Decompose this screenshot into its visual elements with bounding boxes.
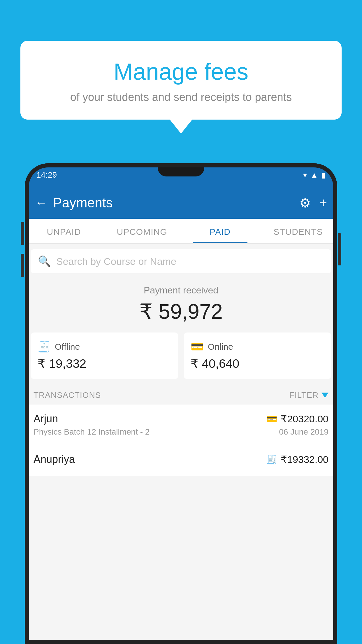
phone-mockup: 14:29 ▾ ▲ ▮ ← Payments ⚙ + UNPAID UPCOMI… [25,163,337,644]
filter-button[interactable]: FILTER [289,391,328,400]
back-button[interactable]: ← [35,196,47,210]
app-header: ← Payments ⚙ + [25,187,337,219]
tab-unpaid[interactable]: UNPAID [25,219,103,243]
search-input[interactable]: Search by Course or Name [56,256,176,267]
transaction-amount-anupriya: ₹19332.00 [281,454,328,465]
volume-up-button [21,222,24,245]
notch [158,163,204,176]
card-pay-icon: 💳 [266,414,277,424]
transaction-row: Arjun 💳 ₹20320.00 Physics Batch 12 Insta… [25,405,337,445]
offline-icon: 🧾 [38,341,51,353]
transactions-header: TRANSACTIONS FILTER [25,385,337,405]
transaction-top-anupriya: Anupriya 🧾 ₹19332.00 [34,453,328,466]
header-icons: ⚙ + [299,195,327,210]
transaction-amount-wrapper-anupriya: 🧾 ₹19332.00 [266,454,328,465]
payment-received-label: Payment received [31,285,331,296]
online-card-header: 💳 Online [191,341,324,353]
app-content: 🔍 Search by Course or Name Payment recei… [25,244,337,644]
transaction-bottom-arjun: Physics Batch 12 Installment - 2 06 June… [34,427,328,437]
transaction-top-arjun: Arjun 💳 ₹20320.00 [34,413,328,425]
status-time: 14:29 [36,170,57,180]
bubble-title: Manage fees [35,58,327,85]
online-amount: ₹ 40,640 [191,356,324,371]
tab-students[interactable]: STUDENTS [259,219,337,243]
filter-label: FILTER [289,391,319,400]
transaction-name-arjun: Arjun [34,413,58,425]
transaction-amount-wrapper-arjun: 💳 ₹20320.00 [266,413,328,425]
offline-card-header: 🧾 Offline [38,341,171,353]
online-icon: 💳 [191,341,204,353]
search-bar[interactable]: 🔍 Search by Course or Name [31,249,331,273]
filter-icon [321,393,328,398]
cards-row: 🧾 Offline ₹ 19,332 💳 Online ₹ 40,640 [31,332,331,379]
speech-bubble: Manage fees of your students and send re… [20,41,342,120]
transaction-course-arjun: Physics Batch 12 Installment - 2 [34,427,150,437]
volume-down-button [21,254,24,277]
transaction-row-anupriya: Anupriya 🧾 ₹19332.00 [25,445,337,476]
offline-card: 🧾 Offline ₹ 19,332 [31,332,178,379]
transactions-label: TRANSACTIONS [34,391,101,400]
tab-upcoming[interactable]: UPCOMING [103,219,181,243]
settings-icon[interactable]: ⚙ [299,195,311,210]
add-icon[interactable]: + [319,195,327,210]
power-button [338,233,341,265]
bubble-subtitle: of your students and send receipts to pa… [35,91,327,104]
signal-icon: ▲ [310,171,318,180]
transaction-date-arjun: 06 June 2019 [279,427,328,437]
online-label: Online [208,342,233,352]
offline-amount: ₹ 19,332 [38,356,171,371]
transaction-amount-arjun: ₹20320.00 [281,413,328,425]
status-icons: ▾ ▲ ▮ [303,171,326,180]
payment-received-amount: ₹ 59,972 [31,299,331,324]
tabs-bar: UNPAID UPCOMING PAID STUDENTS [25,219,337,244]
transaction-name-anupriya: Anupriya [34,453,75,466]
cash-pay-icon: 🧾 [266,454,277,465]
offline-label: Offline [55,342,80,352]
tab-paid[interactable]: PAID [181,219,259,243]
wifi-icon: ▾ [303,171,307,180]
status-bar: 14:29 ▾ ▲ ▮ [25,163,337,187]
battery-icon: ▮ [321,171,326,180]
header-title: Payments [53,195,299,211]
payment-received-section: Payment received ₹ 59,972 [25,273,337,332]
online-card: 💳 Online ₹ 40,640 [184,332,331,379]
search-icon: 🔍 [38,255,51,267]
